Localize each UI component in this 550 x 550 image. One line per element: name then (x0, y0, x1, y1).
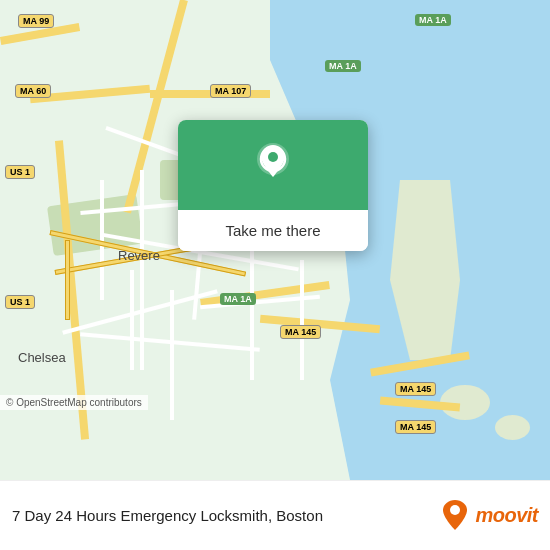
map-attribution: © OpenStreetMap contributors (0, 395, 148, 410)
route-badge-ma1a-top-mid: MA 1A (325, 60, 361, 72)
route-badge-us1-top: US 1 (5, 165, 35, 179)
island-2 (495, 415, 530, 440)
route-badge-ma107: MA 107 (210, 84, 251, 98)
svg-point-4 (268, 152, 278, 162)
svg-point-5 (450, 505, 460, 515)
route-badge-ma99: MA 99 (18, 14, 54, 28)
location-pin-icon (253, 141, 293, 189)
moovit-pin-icon (441, 500, 469, 532)
route-badge-ma145-3: MA 145 (395, 420, 436, 434)
popup-card: Take me there (178, 120, 368, 251)
map-container: MA 99 MA 1A MA 1A MA 60 MA 107 US 1 US 1… (0, 0, 550, 480)
road-local-12 (130, 270, 134, 370)
route-badge-ma145-2: MA 145 (395, 382, 436, 396)
popup-header (178, 120, 368, 210)
route-badge-ma1a-bottom: MA 1A (220, 293, 256, 305)
road-us1-connector (65, 240, 70, 320)
route-badge-us1-bottom: US 1 (5, 295, 35, 309)
take-me-there-button[interactable]: Take me there (178, 210, 368, 251)
bottom-bar: 7 Day 24 Hours Emergency Locksmith, Bost… (0, 480, 550, 550)
road-local-8 (250, 230, 254, 380)
moovit-text: moovit (475, 504, 538, 527)
chelsea-label: Chelsea (18, 350, 66, 365)
road-local-9 (300, 260, 304, 380)
route-badge-ma145-1: MA 145 (280, 325, 321, 339)
road-local-10 (170, 290, 174, 420)
route-badge-ma1a-top-right: MA 1A (415, 14, 451, 26)
route-badge-ma60: MA 60 (15, 84, 51, 98)
location-title: 7 Day 24 Hours Emergency Locksmith, Bost… (12, 507, 441, 524)
moovit-logo: moovit (441, 500, 538, 532)
revere-label: Revere (118, 248, 160, 263)
